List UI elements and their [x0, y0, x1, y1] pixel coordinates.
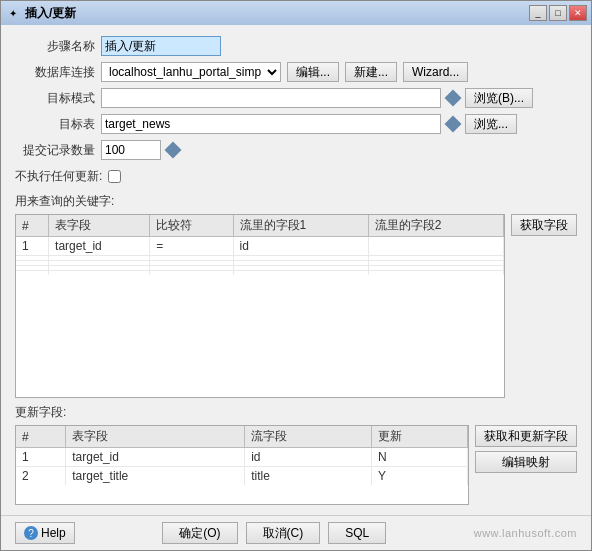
- db-conn-select[interactable]: localhost_lanhu_portal_simple: [101, 62, 281, 82]
- target-mode-label: 目标模式: [15, 90, 95, 107]
- update-table: # 表字段 流字段 更新 1 target_id id N: [16, 426, 468, 485]
- target-mode-row: 目标模式 浏览(B)...: [15, 87, 577, 109]
- minimize-button[interactable]: _: [529, 5, 547, 21]
- query-row1-num: 1: [16, 237, 49, 256]
- browse-table-button[interactable]: 浏览...: [465, 114, 517, 134]
- footer-center: 确定(O) 取消(C) SQL: [162, 522, 386, 544]
- no-update-checkbox[interactable]: [108, 170, 121, 183]
- update-col-update: 更新: [372, 426, 468, 448]
- table-row[interactable]: 1 target_id id N: [16, 448, 468, 467]
- title-bar-left: ✦ 插入/更新: [5, 5, 76, 22]
- cancel-button[interactable]: 取消(C): [246, 522, 321, 544]
- query-section-title: 用来查询的关键字:: [15, 193, 577, 210]
- title-bar: ✦ 插入/更新 _ □ ✕: [1, 1, 591, 25]
- help-label: Help: [41, 526, 66, 540]
- query-col-table-field: 表字段: [49, 215, 150, 237]
- query-row1-stream2: [368, 237, 503, 256]
- close-button[interactable]: ✕: [569, 5, 587, 21]
- query-row1-stream1: id: [233, 237, 368, 256]
- update-row1-table-field: target_id: [66, 448, 245, 467]
- update-col-num: #: [16, 426, 66, 448]
- content-area: 步骤名称 数据库连接 localhost_lanhu_portal_simple…: [1, 25, 591, 515]
- new-button[interactable]: 新建...: [345, 62, 397, 82]
- target-table-input[interactable]: [101, 114, 441, 134]
- query-col-comparator: 比较符: [150, 215, 233, 237]
- step-name-label: 步骤名称: [15, 38, 95, 55]
- update-btn-col: 获取和更新字段 编辑映射: [475, 425, 577, 505]
- browse-mode-button[interactable]: 浏览(B)...: [465, 88, 533, 108]
- diamond-icon: [445, 90, 462, 107]
- maximize-button[interactable]: □: [549, 5, 567, 21]
- db-conn-label: 数据库连接: [15, 64, 95, 81]
- update-row2-stream: title: [245, 467, 372, 486]
- update-row1-stream: id: [245, 448, 372, 467]
- update-section: # 表字段 流字段 更新 1 target_id id N: [15, 425, 577, 505]
- no-update-row: 不执行任何更新:: [15, 165, 577, 187]
- query-table-wrapper: # 表字段 比较符 流里的字段1 流里的字段2 1 target_id = id: [15, 214, 505, 398]
- wizard-button[interactable]: Wizard...: [403, 62, 468, 82]
- footer-left: ? Help: [15, 522, 75, 544]
- target-table-row: 目标表 浏览...: [15, 113, 577, 135]
- update-col-stream: 流字段: [245, 426, 372, 448]
- update-row2-num: 2: [16, 467, 66, 486]
- update-col-table-field: 表字段: [66, 426, 245, 448]
- target-table-label: 目标表: [15, 116, 95, 133]
- edit-mapping-button[interactable]: 编辑映射: [475, 451, 577, 473]
- window-icon: ✦: [5, 5, 21, 21]
- no-update-label: 不执行任何更新:: [15, 168, 102, 185]
- query-section: # 表字段 比较符 流里的字段1 流里的字段2 1 target_id = id: [15, 214, 577, 398]
- table-row[interactable]: [16, 271, 504, 276]
- query-btn-col: 获取字段: [511, 214, 577, 398]
- step-name-input[interactable]: [101, 36, 221, 56]
- get-update-field-button[interactable]: 获取和更新字段: [475, 425, 577, 447]
- submit-count-label: 提交记录数量: [15, 142, 95, 159]
- update-row2-update: Y: [372, 467, 468, 486]
- sql-button[interactable]: SQL: [328, 522, 386, 544]
- window-title: 插入/更新: [25, 5, 76, 22]
- query-row1-table-field: target_id: [49, 237, 150, 256]
- db-conn-row: 数据库连接 localhost_lanhu_portal_simple 编辑..…: [15, 61, 577, 83]
- query-row1-comparator: =: [150, 237, 233, 256]
- table-row[interactable]: 1 target_id = id: [16, 237, 504, 256]
- table-row[interactable]: 2 target_title title Y: [16, 467, 468, 486]
- query-col-num: #: [16, 215, 49, 237]
- edit-button[interactable]: 编辑...: [287, 62, 339, 82]
- update-section-title: 更新字段:: [15, 404, 577, 421]
- submit-count-row: 提交记录数量: [15, 139, 577, 161]
- query-col-stream1: 流里的字段1: [233, 215, 368, 237]
- diamond-icon2: [445, 116, 462, 133]
- update-row2-table-field: target_title: [66, 467, 245, 486]
- diamond-icon3: [165, 142, 182, 159]
- help-button[interactable]: ? Help: [15, 522, 75, 544]
- get-field-button[interactable]: 获取字段: [511, 214, 577, 236]
- footer: ? Help 确定(O) 取消(C) SQL www.lanhusoft.com: [1, 515, 591, 550]
- confirm-button[interactable]: 确定(O): [162, 522, 237, 544]
- query-table: # 表字段 比较符 流里的字段1 流里的字段2 1 target_id = id: [16, 215, 504, 275]
- main-window: ✦ 插入/更新 _ □ ✕ 步骤名称 数据库连接 localhost_lanhu…: [0, 0, 592, 551]
- step-name-row: 步骤名称: [15, 35, 577, 57]
- update-row1-num: 1: [16, 448, 66, 467]
- update-row1-update: N: [372, 448, 468, 467]
- title-bar-controls: _ □ ✕: [529, 5, 587, 21]
- query-col-stream2: 流里的字段2: [368, 215, 503, 237]
- submit-count-input[interactable]: [101, 140, 161, 160]
- watermark: www.lanhusoft.com: [474, 527, 577, 539]
- help-circle-icon: ?: [24, 526, 38, 540]
- target-mode-field: [101, 88, 441, 108]
- update-table-wrapper: # 表字段 流字段 更新 1 target_id id N: [15, 425, 469, 505]
